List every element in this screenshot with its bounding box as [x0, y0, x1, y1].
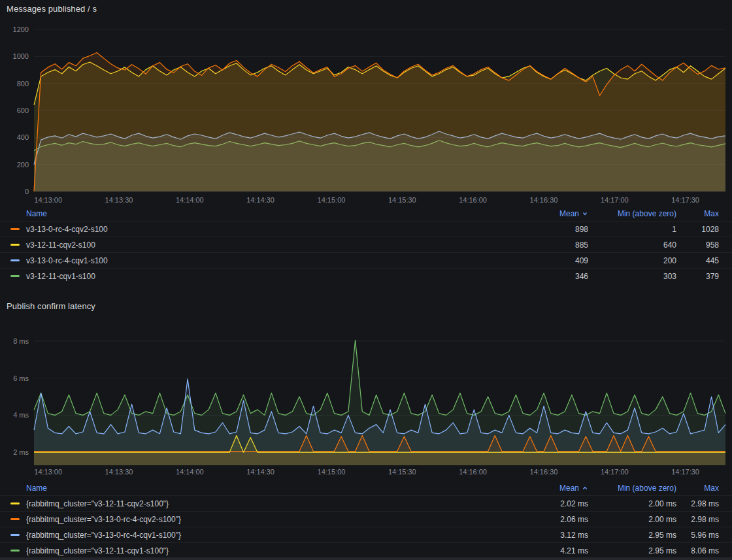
x-axis-label: 14:15:30 [388, 468, 416, 476]
x-axis-label: 14:16:00 [459, 468, 487, 476]
min-value: 1 [588, 225, 676, 234]
y-axis-label: 1000 [13, 52, 29, 60]
mean-header-label: Mean [559, 209, 579, 218]
min-value: 2.95 ms [588, 546, 676, 555]
series-name[interactable]: v3-13-0-rc-4-cqv2-s100 [26, 225, 510, 234]
y-axis-label: 2 ms [13, 448, 29, 456]
x-axis-label: 14:13:00 [34, 468, 62, 476]
series-color-swatch[interactable] [10, 550, 20, 552]
mean-value: 3.12 ms [510, 531, 588, 540]
mean-value: 346 [510, 272, 588, 281]
min-value: 640 [588, 240, 676, 250]
y-axis-label: 200 [17, 161, 29, 169]
publish-confirm-latency-chart[interactable]: 2 ms4 ms6 ms8 ms14:13:0014:13:3014:14:00… [0, 318, 732, 478]
max-value: 8.06 ms [676, 546, 719, 555]
mean-value: 898 [510, 225, 588, 234]
legend-header-min[interactable]: Min (above zero) [588, 484, 676, 493]
legend-row: v3-13-0-rc-4-cqv1-s100409200445 [0, 252, 732, 268]
series-name[interactable]: v3-12-11-cqv1-s100 [26, 272, 510, 281]
min-value: 303 [588, 272, 676, 281]
x-axis-label: 14:16:30 [530, 468, 558, 476]
grafana-dashboard: { "panels": [ { "title": "Messages publi… [0, 0, 732, 560]
mean-value: 4.21 ms [510, 546, 588, 555]
x-axis-label: 14:15:00 [318, 468, 346, 476]
series-color-swatch[interactable] [10, 228, 20, 230]
legend-header-min[interactable]: Min (above zero) [588, 209, 676, 218]
sort-direction-icon [582, 210, 588, 217]
min-value: 2.00 ms [588, 499, 676, 508]
y-axis-label: 0 [25, 188, 29, 195]
mean-value: 409 [510, 256, 588, 265]
series-name[interactable]: v3-13-0-rc-4-cqv1-s100 [26, 256, 510, 265]
legend-header-mean[interactable]: Mean [510, 484, 588, 493]
y-axis-label: 800 [17, 80, 29, 88]
max-value: 2.98 ms [676, 515, 719, 524]
sort-direction-icon [582, 485, 588, 491]
x-axis-label: 14:15:00 [318, 196, 346, 204]
mean-value: 885 [510, 240, 588, 250]
x-axis-label: 14:13:00 [34, 196, 62, 204]
x-axis-label: 14:14:30 [246, 468, 274, 476]
y-axis-label: 4 ms [13, 411, 29, 419]
legend-header: Name Mean Min (above zero) Max [0, 206, 732, 221]
series-color-swatch[interactable] [10, 518, 20, 520]
messages-legend-table: Name Mean Min (above zero) Max v3-13-0-r… [0, 206, 732, 284]
min-value: 2.95 ms [588, 531, 676, 540]
panel-title-messages-published[interactable]: Messages published / s [7, 4, 97, 14]
mean-value: 2.02 ms [510, 499, 588, 508]
mean-header-label: Mean [559, 484, 579, 493]
max-value: 2.98 ms [676, 499, 719, 508]
x-axis-label: 14:14:00 [176, 196, 204, 204]
legend-header-name[interactable]: Name [26, 484, 510, 493]
y-axis-label: 6 ms [13, 374, 29, 382]
series-name[interactable]: {rabbitmq_cluster="v3-13-0-rc-4-cqv1-s10… [26, 531, 510, 540]
series-name[interactable]: v3-12-11-cqv2-s100 [26, 240, 510, 250]
legend-row: {rabbitmq_cluster="v3-12-11-cqv2-s100"}2… [0, 495, 732, 511]
messages-published-chart[interactable]: 02004006008001000120014:13:0014:13:3014:… [0, 18, 732, 209]
panel-title-publish-confirm-latency[interactable]: Publish confirm latency [7, 301, 95, 311]
x-axis-label: 14:17:30 [671, 468, 699, 476]
y-axis-label: 1200 [13, 25, 29, 33]
series-name[interactable]: {rabbitmq_cluster="v3-12-11-cqv2-s100"} [26, 499, 510, 508]
series-name[interactable]: {rabbitmq_cluster="v3-13-0-rc-4-cqv2-s10… [26, 515, 510, 524]
x-axis-label: 14:16:30 [530, 196, 558, 204]
legend-header: Name Mean Min (above zero) Max [0, 481, 732, 495]
legend-row: {rabbitmq_cluster="v3-12-11-cqv1-s100"}4… [0, 542, 732, 558]
y-axis-label: 400 [17, 133, 29, 141]
x-axis-label: 14:14:00 [176, 468, 204, 476]
min-value: 2.00 ms [588, 515, 676, 524]
x-axis-label: 14:16:00 [459, 196, 487, 204]
max-value: 1028 [676, 225, 719, 234]
mean-value: 2.06 ms [510, 515, 588, 524]
max-value: 379 [676, 272, 719, 281]
legend-header-mean[interactable]: Mean [510, 209, 588, 218]
max-value: 445 [676, 256, 719, 265]
latency-legend-table: Name Mean Min (above zero) Max {rabbitmq… [0, 481, 732, 558]
x-axis-label: 14:17:30 [671, 196, 699, 204]
x-axis-label: 14:17:00 [601, 196, 629, 204]
series-area [34, 53, 725, 192]
x-axis-label: 14:15:30 [388, 196, 416, 204]
legend-row: v3-13-0-rc-4-cqv2-s10089811028 [0, 221, 732, 237]
max-value: 958 [676, 240, 719, 250]
x-axis-label: 14:13:30 [105, 468, 133, 476]
series-name[interactable]: {rabbitmq_cluster="v3-12-11-cqv1-s100"} [26, 546, 510, 555]
x-axis-label: 14:17:00 [601, 468, 629, 476]
legend-header-name[interactable]: Name [26, 209, 510, 218]
series-color-swatch[interactable] [10, 275, 20, 277]
legend-header-max[interactable]: Max [676, 209, 719, 218]
legend-row: {rabbitmq_cluster="v3-13-0-rc-4-cqv2-s10… [0, 511, 732, 527]
legend-header-max[interactable]: Max [676, 484, 719, 493]
y-axis-label: 600 [17, 107, 29, 114]
x-axis-label: 14:13:30 [105, 196, 133, 204]
legend-row: v3-12-11-cqv1-s100346303379 [0, 268, 732, 284]
legend-row: {rabbitmq_cluster="v3-13-0-rc-4-cqv1-s10… [0, 527, 732, 542]
series-color-swatch[interactable] [10, 534, 20, 536]
y-axis-label: 8 ms [13, 337, 29, 345]
panel-bottom-edge [0, 557, 732, 560]
min-value: 200 [588, 256, 676, 265]
series-color-swatch[interactable] [10, 259, 20, 261]
series-color-swatch[interactable] [10, 244, 20, 246]
series-color-swatch[interactable] [10, 502, 20, 504]
series-line [34, 340, 725, 415]
